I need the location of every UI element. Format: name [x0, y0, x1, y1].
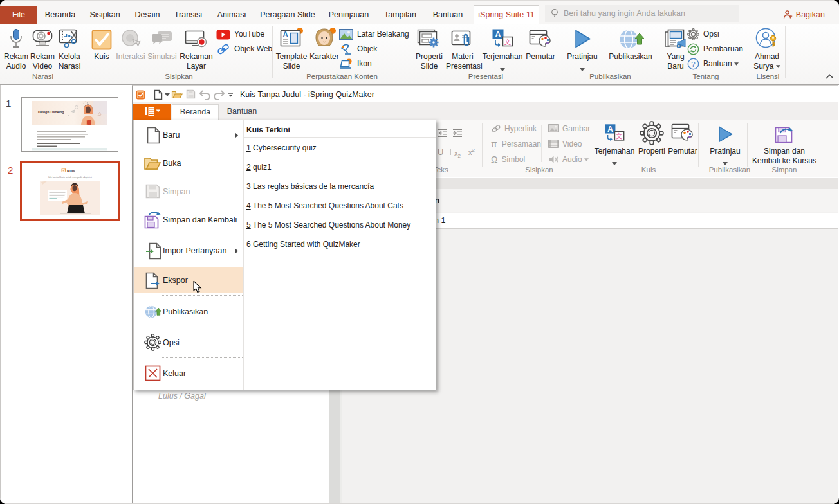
svg-text:文: 文	[504, 38, 512, 46]
svg-text:文: 文	[616, 132, 622, 140]
svg-text:A: A	[495, 30, 501, 39]
svg-text:A: A	[282, 30, 288, 39]
svg-text:klik tombol kuis untuk mengedi: klik tombol kuis untuk mengedit objek in…	[48, 176, 92, 179]
svg-text:Kuis: Kuis	[67, 169, 75, 173]
svg-text:?: ?	[691, 60, 695, 68]
svg-text:A: A	[607, 125, 613, 134]
svg-text:Design Thinking: Design Thinking	[38, 110, 64, 114]
